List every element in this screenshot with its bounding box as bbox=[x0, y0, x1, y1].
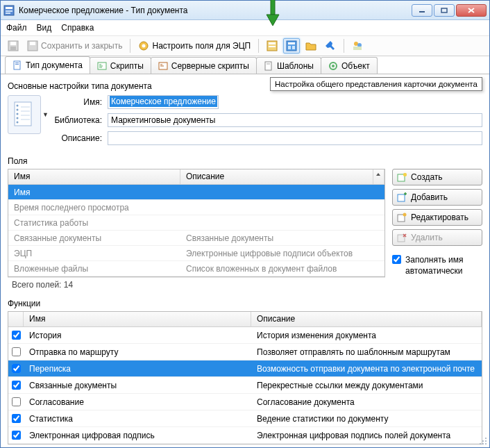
fields-cell-desc: Электронные цифровые подписи объектов bbox=[180, 249, 385, 258]
fields-footer: Всего полей: 14 bbox=[8, 277, 385, 292]
tab-scripts-label: Скрипты bbox=[110, 61, 144, 71]
icon-dropdown-caret[interactable]: ▼ bbox=[42, 111, 49, 118]
functions-row[interactable]: СогласованиеСогласование документа bbox=[8, 394, 482, 410]
svg-point-41 bbox=[17, 122, 19, 124]
edit-button[interactable]: Редактировать bbox=[392, 209, 482, 226]
fields-row[interactable]: Имя bbox=[8, 185, 385, 200]
app-icon bbox=[3, 5, 15, 16]
svg-rect-11 bbox=[10, 42, 16, 45]
function-checkbox[interactable] bbox=[12, 364, 21, 373]
document-type-icon[interactable]: ▼ bbox=[8, 95, 41, 134]
function-cell-desc: Возможность отправки документа по электр… bbox=[251, 364, 482, 374]
function-cell-name: Электронная цифровая подпись bbox=[24, 431, 251, 440]
functions-row[interactable]: ПерепискаВозможность отправки документа … bbox=[8, 360, 482, 377]
tab-templates-label: Шаблоны bbox=[277, 61, 314, 71]
save-close-button[interactable]: Сохранить и закрыть bbox=[24, 38, 125, 53]
create-label: Создать bbox=[411, 172, 443, 182]
menu-view[interactable]: Вид bbox=[37, 23, 52, 33]
svg-rect-3 bbox=[6, 7, 12, 9]
function-checkbox[interactable] bbox=[12, 331, 21, 340]
menu-help[interactable]: Справка bbox=[61, 23, 94, 33]
menu-bar: Файл Вид Справка bbox=[1, 20, 489, 35]
functions-row[interactable]: Связанные документыПерекрестные ссылки м… bbox=[8, 377, 482, 394]
functions-col-name[interactable]: Имя bbox=[24, 312, 251, 326]
fields-col-name[interactable]: Имя bbox=[8, 169, 180, 184]
fields-panel: Поля Имя Описание ИмяВремя последнего пр… bbox=[8, 156, 482, 292]
fields-title: Поля bbox=[8, 156, 482, 166]
svg-rect-4 bbox=[6, 10, 12, 12]
function-cell-desc: Перекрестные ссылки между документами bbox=[251, 381, 482, 390]
functions-row[interactable]: СтатистикаВедение статистики по документ… bbox=[8, 410, 482, 427]
name-input[interactable] bbox=[108, 95, 219, 109]
fields-side-buttons: Создать Добавить Редактировать Удалить bbox=[392, 169, 482, 292]
svg-marker-1 bbox=[267, 15, 279, 26]
function-checkbox[interactable] bbox=[12, 397, 21, 406]
function-checkbox[interactable] bbox=[12, 381, 21, 390]
fields-col-desc[interactable]: Описание bbox=[180, 169, 373, 184]
svg-point-35 bbox=[332, 65, 335, 67]
functions-row[interactable]: Отправка по маршрутуПозволяет отправлять… bbox=[8, 344, 482, 360]
function-checkbox[interactable] bbox=[12, 347, 21, 356]
autofill-label: Заполнять имя автоматически bbox=[405, 255, 482, 276]
fields-cell-name: ЭЦП bbox=[8, 249, 180, 258]
fields-row[interactable]: Вложенные файлыСписок вложенных в докуме… bbox=[8, 261, 385, 276]
functions-grid: Имя Описание ИсторияИстория изменения до… bbox=[8, 311, 482, 445]
object-icon bbox=[328, 61, 338, 71]
window-title: Комерческое предложение - Тип документа bbox=[19, 6, 412, 15]
description-input[interactable] bbox=[108, 131, 482, 145]
minimize-button[interactable] bbox=[412, 4, 432, 17]
fields-col-expand-icon[interactable] bbox=[373, 169, 385, 184]
fields-cell-name: Имя bbox=[8, 188, 180, 197]
fields-row[interactable]: Связанные документыСвязанные документы bbox=[8, 231, 385, 246]
svg-rect-19 bbox=[269, 46, 276, 47]
functions-row[interactable]: ИсторияИстория изменения документа bbox=[8, 327, 482, 344]
svg-rect-14 bbox=[30, 42, 35, 45]
svg-rect-48 bbox=[403, 173, 407, 176]
toolbar-users-icon[interactable] bbox=[349, 38, 366, 53]
tab-object[interactable]: Объект bbox=[321, 57, 378, 74]
toolbar-layout-icon[interactable] bbox=[283, 38, 300, 53]
autofill-checkbox[interactable] bbox=[392, 255, 401, 264]
fields-cell-name: Связанные документы bbox=[8, 233, 180, 243]
toolbar-folder-icon[interactable] bbox=[303, 38, 319, 53]
edit-icon bbox=[397, 213, 407, 222]
function-checkbox[interactable] bbox=[12, 414, 21, 423]
create-button[interactable]: Создать bbox=[392, 169, 482, 185]
function-cell-desc: Согласование документа bbox=[251, 397, 482, 407]
function-checkbox[interactable] bbox=[12, 431, 21, 440]
resize-grip[interactable] bbox=[478, 436, 488, 446]
maximize-button[interactable] bbox=[434, 4, 455, 17]
delete-button: Удалить bbox=[392, 229, 482, 246]
add-button[interactable]: Добавить bbox=[392, 189, 482, 206]
delete-icon bbox=[397, 233, 407, 242]
configure-ets-label: Настроить поля для ЭЦП bbox=[152, 41, 251, 51]
fields-row[interactable]: Статистика работы bbox=[8, 215, 385, 231]
library-input[interactable] bbox=[108, 113, 482, 127]
save-icon[interactable] bbox=[5, 38, 22, 53]
menu-file[interactable]: Файл bbox=[6, 23, 27, 33]
svg-rect-22 bbox=[288, 46, 291, 49]
add-icon bbox=[397, 192, 407, 202]
configure-ets-button[interactable]: Настроить поля для ЭЦП bbox=[135, 38, 253, 53]
svg-rect-26 bbox=[353, 47, 362, 50]
templates-icon bbox=[264, 61, 273, 71]
fields-row[interactable]: Время последнего просмотра bbox=[8, 200, 385, 215]
toolbar-form-icon[interactable] bbox=[264, 38, 280, 53]
tab-templates[interactable]: Шаблоны bbox=[256, 57, 321, 74]
svg-point-16 bbox=[142, 44, 146, 48]
window-controls bbox=[412, 4, 487, 17]
tab-scripts[interactable]: Скрипты bbox=[90, 57, 151, 74]
close-button[interactable] bbox=[456, 4, 487, 17]
svg-rect-49 bbox=[398, 194, 405, 201]
fields-row[interactable]: ЭЦПЭлектронные цифровые подписи объектов bbox=[8, 246, 385, 261]
fields-cell-desc: Список вложенных в документ файлов bbox=[180, 264, 385, 274]
name-label: Имя: bbox=[47, 97, 102, 107]
delete-label: Удалить bbox=[411, 233, 443, 242]
functions-col-desc[interactable]: Описание bbox=[251, 312, 482, 326]
svg-rect-12 bbox=[10, 47, 16, 50]
tab-doc-type[interactable]: Тип документа bbox=[5, 56, 90, 74]
tab-object-label: Объект bbox=[341, 61, 370, 71]
tab-server-scripts[interactable]: Серверные скрипты bbox=[151, 57, 257, 74]
functions-row[interactable]: Электронная цифровая подписьЭлектронная … bbox=[8, 427, 482, 444]
toolbar-pin-icon[interactable] bbox=[322, 38, 339, 53]
